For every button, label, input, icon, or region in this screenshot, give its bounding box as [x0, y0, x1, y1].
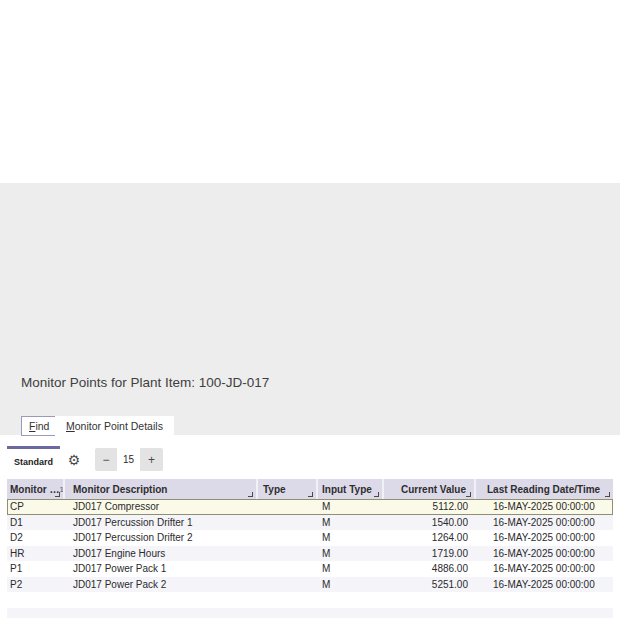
last-reading-cell[interactable]: 16-MAY-2025 00:00:00 [476, 530, 613, 546]
column-resize-handle-icon[interactable] [248, 492, 253, 497]
current-value-cell[interactable]: 5112.00 [384, 499, 476, 515]
table-row[interactable]: HRJD017 Engine HoursM1719.0016-MAY-2025 … [7, 546, 613, 562]
last-reading-cell[interactable]: 16-MAY-2025 00:00:00 [476, 499, 613, 515]
column-label: Input Type [322, 484, 372, 495]
column-label: Monitor Description [73, 484, 167, 495]
column-header-type[interactable]: Type [258, 479, 318, 499]
last-reading-cell[interactable]: 16-MAY-2025 00:00:00 [476, 515, 613, 531]
type-cell[interactable] [258, 499, 318, 515]
last-reading-cell[interactable]: 16-MAY-2025 00:00:00 [476, 561, 613, 577]
standard-tab-label: Standard [14, 457, 53, 467]
table-row[interactable]: P1JD017 Power Pack 1M4886.0016-MAY-2025 … [7, 561, 613, 577]
grid-settings-button[interactable]: ⚙ [64, 450, 84, 470]
last-reading-cell[interactable]: 16-MAY-2025 00:00:00 [476, 577, 613, 593]
column-resize-handle-icon[interactable] [55, 492, 60, 497]
description-cell[interactable]: JD017 Power Pack 2 [65, 577, 258, 593]
type-cell[interactable] [258, 608, 318, 619]
input-type-cell[interactable]: M [318, 561, 384, 577]
type-cell[interactable] [258, 530, 318, 546]
column-label: Last Reading Date/Time [487, 484, 600, 495]
find-button-label: Find [29, 420, 49, 432]
type-cell[interactable] [258, 515, 318, 531]
last-reading-cell[interactable]: 16-MAY-2025 00:00:00 [476, 546, 613, 562]
monitor-point-details-button[interactable]: Monitor Point Details [55, 416, 174, 436]
table-row-empty[interactable] [7, 592, 613, 608]
current-value-cell[interactable]: 1540.00 [384, 515, 476, 531]
monitor-point-cell[interactable] [7, 608, 65, 619]
column-header-monitor-point[interactable]: Monitor … 1↓ [7, 479, 65, 499]
table-row[interactable]: CPJD017 CompressorM5112.0016-MAY-2025 00… [7, 499, 613, 515]
details-button-label: Monitor Point Details [66, 420, 163, 432]
column-resize-handle-icon[interactable] [374, 492, 379, 497]
input-type-cell[interactable] [318, 608, 384, 619]
type-cell[interactable] [258, 546, 318, 562]
table-row-empty[interactable] [7, 608, 613, 619]
input-type-cell[interactable]: M [318, 530, 384, 546]
description-cell[interactable]: JD017 Percussion Drifter 1 [65, 515, 258, 531]
column-label: Current Value [401, 484, 466, 495]
tab-standard-view[interactable]: Standard [7, 446, 60, 474]
monitor-point-cell[interactable]: D1 [7, 515, 65, 531]
column-label: Monitor … [10, 484, 59, 495]
monitor-point-cell[interactable] [7, 592, 65, 608]
current-value-cell[interactable]: 4886.00 [384, 561, 476, 577]
grid-rows: CPJD017 CompressorM5112.0016-MAY-2025 00… [7, 499, 613, 618]
description-cell[interactable]: JD017 Engine Hours [65, 546, 258, 562]
page-title: Monitor Points for Plant Item: 100-JD-01… [21, 375, 269, 390]
plus-icon: + [148, 453, 155, 467]
rows-per-page-stepper: − 15 + [95, 448, 163, 471]
column-header-input-type[interactable]: Input Type [318, 479, 384, 499]
current-value-cell[interactable]: 5251.00 [384, 577, 476, 593]
column-resize-handle-icon[interactable] [605, 492, 610, 497]
type-cell[interactable] [258, 561, 318, 577]
decrease-rows-button[interactable]: − [95, 448, 117, 471]
column-resize-handle-icon[interactable] [308, 492, 313, 497]
monitor-point-cell[interactable]: P2 [7, 577, 65, 593]
app-window: Monitor Points for Plant Item: 100-JD-01… [0, 0, 620, 620]
column-header-monitor-description[interactable]: Monitor Description [65, 479, 258, 499]
description-cell[interactable]: JD017 Compressor [65, 499, 258, 515]
type-cell[interactable] [258, 592, 318, 608]
current-value-cell[interactable]: 1264.00 [384, 530, 476, 546]
column-header-last-reading[interactable]: Last Reading Date/Time [476, 479, 613, 499]
input-type-cell[interactable]: M [318, 577, 384, 593]
description-cell[interactable]: JD017 Percussion Drifter 2 [65, 530, 258, 546]
input-type-cell[interactable] [318, 592, 384, 608]
description-cell[interactable]: JD017 Power Pack 1 [65, 561, 258, 577]
monitor-points-panel: Monitor Points for Plant Item: 100-JD-01… [0, 183, 620, 435]
input-type-cell[interactable]: M [318, 515, 384, 531]
current-value-cell[interactable]: 1719.00 [384, 546, 476, 562]
description-cell[interactable] [65, 608, 258, 619]
find-button[interactable]: Find [21, 416, 57, 436]
grid-header-row: Monitor … 1↓ Monitor Description Type In… [7, 479, 613, 499]
table-row[interactable]: D1JD017 Percussion Drifter 1M1540.0016-M… [7, 515, 613, 531]
monitor-point-cell[interactable]: D2 [7, 530, 65, 546]
current-value-cell[interactable] [384, 608, 476, 619]
gear-icon: ⚙ [68, 452, 81, 468]
current-value-cell[interactable] [384, 592, 476, 608]
increase-rows-button[interactable]: + [140, 448, 163, 471]
input-type-cell[interactable]: M [318, 499, 384, 515]
monitor-points-grid: Monitor … 1↓ Monitor Description Type In… [7, 477, 613, 618]
table-row[interactable]: P2JD017 Power Pack 2M5251.0016-MAY-2025 … [7, 577, 613, 593]
column-header-current-value[interactable]: Current Value [384, 479, 476, 499]
table-row[interactable]: D2JD017 Percussion Drifter 2M1264.0016-M… [7, 530, 613, 546]
column-resize-handle-icon[interactable] [466, 492, 471, 497]
last-reading-cell[interactable] [476, 608, 613, 619]
rows-per-page-value[interactable]: 15 [117, 448, 140, 471]
monitor-point-cell[interactable]: CP [7, 499, 65, 515]
input-type-cell[interactable]: M [318, 546, 384, 562]
description-cell[interactable] [65, 592, 258, 608]
monitor-point-cell[interactable]: P1 [7, 561, 65, 577]
monitor-point-cell[interactable]: HR [7, 546, 65, 562]
type-cell[interactable] [258, 577, 318, 593]
last-reading-cell[interactable] [476, 592, 613, 608]
column-label: Type [263, 484, 286, 495]
minus-icon: − [102, 453, 109, 467]
